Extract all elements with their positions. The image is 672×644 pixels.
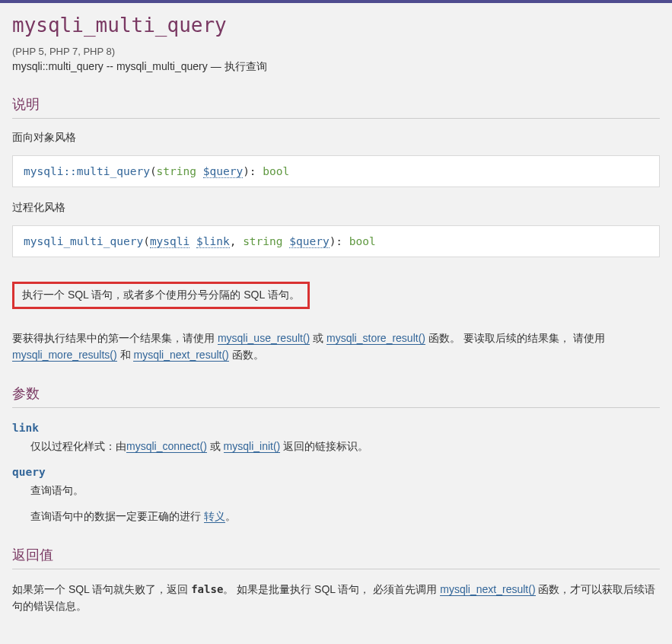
param-type: string	[243, 235, 282, 247]
param-term-query: query	[12, 466, 660, 478]
function-name: mysqli_multi_query	[24, 235, 143, 247]
keyword-false: false	[191, 583, 223, 595]
link-mysqli-store-result[interactable]: mysqli_store_result()	[326, 332, 425, 345]
link-mysqli-next-result[interactable]: mysqli_next_result()	[133, 349, 228, 362]
procedural-style-label: 过程化风格	[12, 201, 660, 215]
param-name: $link	[196, 235, 230, 248]
page-title: mysqli_multi_query	[12, 14, 660, 37]
doc-content: mysqli_multi_query (PHP 5, PHP 7, PHP 8)…	[0, 3, 672, 644]
link-mysqli-init[interactable]: mysqli_init()	[224, 440, 281, 453]
param-name: $query	[289, 235, 329, 248]
link-escape[interactable]: 转义	[204, 510, 225, 523]
param-type-link: mysqli	[150, 235, 189, 248]
return-type: bool	[263, 165, 289, 177]
param-name: $query	[203, 165, 243, 178]
method-name: mysqli::multi_query	[24, 165, 150, 177]
param-desc-query-2: 查询语句中的数据一定要正确的进行 转义。	[30, 509, 660, 525]
returnvalues-paragraph: 如果第一个 SQL 语句就失败了，返回 false。 如果是批量执行 SQL 语…	[12, 582, 660, 614]
description-paragraph: 要获得执行结果中的第一个结果集，请使用 mysqli_use_result() …	[12, 330, 660, 363]
section-returnvalues-heading: 返回值	[12, 546, 660, 569]
synopsis-oo: mysqli::multi_query(string $query): bool	[12, 155, 660, 187]
section-parameters-heading: 参数	[12, 384, 660, 408]
php-versions: (PHP 5, PHP 7, PHP 8)	[12, 46, 660, 57]
parameter-list: link 仅以过程化样式：由mysqli_connect() 或 mysqli_…	[12, 422, 660, 524]
param-type: string	[157, 165, 196, 177]
param-desc-link: 仅以过程化样式：由mysqli_connect() 或 mysqli_init(…	[30, 438, 660, 455]
oo-style-label: 面向对象风格	[12, 131, 660, 145]
return-type: bool	[349, 235, 376, 247]
function-purpose: mysqli::multi_query -- mysqli_multi_quer…	[12, 60, 660, 74]
highlight-description: 执行一个 SQL 语句，或者多个使用分号分隔的 SQL 语句。	[12, 282, 310, 309]
link-mysqli-next-result[interactable]: mysqli_next_result()	[440, 583, 535, 596]
link-mysqli-connect[interactable]: mysqli_connect()	[126, 440, 207, 453]
synopsis-procedural: mysqli_multi_query(mysqli $link, string …	[12, 225, 660, 257]
section-description-heading: 说明	[12, 95, 660, 119]
link-mysqli-use-result[interactable]: mysqli_use_result()	[218, 332, 310, 345]
param-term-link: link	[12, 422, 660, 434]
param-desc-query-1: 查询语句。	[30, 483, 660, 499]
link-mysqli-more-results[interactable]: mysqli_more_results()	[12, 349, 117, 362]
